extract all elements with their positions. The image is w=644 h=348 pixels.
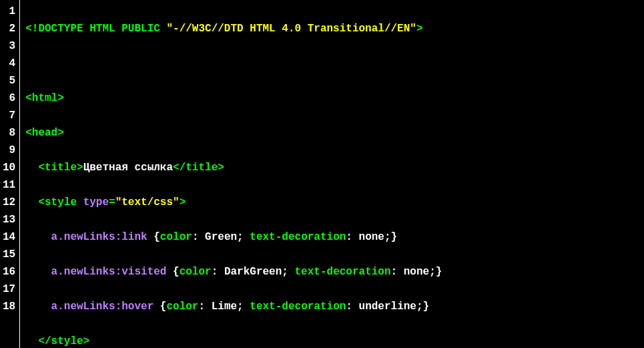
css-property: color xyxy=(166,301,198,313)
line-number: 13 xyxy=(3,211,15,228)
doctype-string: "-//W3C//DTD HTML 4.0 Transitional//EN" xyxy=(166,23,416,35)
css-property: text-decoration xyxy=(250,301,346,313)
html-tag: </style> xyxy=(38,335,89,347)
code-line xyxy=(25,55,639,72)
css-property: color xyxy=(160,231,192,243)
css-property: color xyxy=(180,266,212,278)
code-line: <title>Цветная ссылка</title> xyxy=(25,159,639,176)
line-number: 4 xyxy=(3,55,15,72)
doctype-tag: <!DOCTYPE xyxy=(25,23,83,35)
code-line: <style type="text/css"> xyxy=(25,194,639,211)
line-number-gutter: 1 2 3 4 5 6 7 8 9 10 11 12 13 14 15 16 1… xyxy=(0,0,20,348)
line-number: 11 xyxy=(3,176,15,194)
css-selector: a.newLinks:hover xyxy=(51,301,154,313)
line-number: 14 xyxy=(3,228,15,246)
css-value: Green xyxy=(198,231,237,243)
css-value: none xyxy=(352,231,384,243)
html-tag: <style xyxy=(38,196,77,208)
line-number: 18 xyxy=(3,298,15,315)
code-editor[interactable]: <!DOCTYPE HTML PUBLIC "-//W3C//DTD HTML … xyxy=(20,0,644,348)
line-number: 2 xyxy=(3,20,15,37)
line-number: 1 xyxy=(3,3,15,20)
code-line: </style> xyxy=(25,333,639,348)
css-value: none xyxy=(397,266,429,278)
html-tag: </title> xyxy=(173,162,224,174)
line-number: 16 xyxy=(3,263,15,281)
attr-name: type xyxy=(83,196,109,208)
line-number: 9 xyxy=(3,142,15,159)
line-number: 3 xyxy=(3,37,15,55)
code-line: <!DOCTYPE HTML PUBLIC "-//W3C//DTD HTML … xyxy=(25,20,639,37)
code-line: a.newLinks:link {color: Green; text-deco… xyxy=(25,228,639,246)
line-number: 8 xyxy=(3,124,15,142)
code-line: a.newLinks:visited {color: DarkGreen; te… xyxy=(25,263,639,281)
css-value: underline xyxy=(352,301,416,313)
css-value: Lime xyxy=(205,301,237,313)
line-number: 7 xyxy=(3,107,15,124)
css-property: text-decoration xyxy=(295,266,391,278)
line-number: 17 xyxy=(3,281,15,298)
line-number: 6 xyxy=(3,90,15,107)
line-number: 5 xyxy=(3,72,15,90)
css-selector: a.newLinks:link xyxy=(51,231,147,243)
html-tag: <head> xyxy=(25,127,64,139)
css-value: DarkGreen xyxy=(218,266,282,278)
code-line: a.newLinks:hover {color: Lime; text-deco… xyxy=(25,298,639,315)
html-tag: <title> xyxy=(38,162,83,174)
html-tag: <html> xyxy=(25,92,64,104)
line-number: 10 xyxy=(3,159,15,176)
css-property: text-decoration xyxy=(250,231,346,243)
code-line: <head> xyxy=(25,124,639,142)
code-line: <html> xyxy=(25,90,639,107)
css-selector: a.newLinks:visited xyxy=(51,266,167,278)
attr-value: "text/css" xyxy=(115,196,180,208)
line-number: 12 xyxy=(3,194,15,211)
title-text: Цветная ссылка xyxy=(83,162,173,174)
line-number: 15 xyxy=(3,246,15,263)
